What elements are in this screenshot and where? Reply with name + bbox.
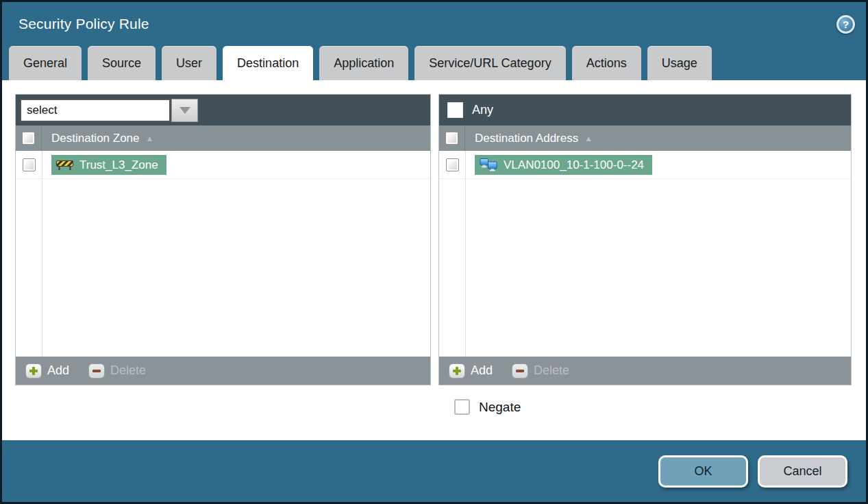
delete-label: Delete — [110, 363, 146, 378]
delete-address-button[interactable]: Delete — [512, 363, 569, 379]
tab-source[interactable]: Source — [88, 46, 156, 80]
dialog-titlebar: Security Policy Rule ? — [2, 2, 866, 46]
delete-label: Delete — [534, 363, 569, 378]
address-table-header: Destination Address ▲ — [439, 125, 851, 151]
address-panel-footer: Add Delete — [439, 357, 851, 385]
any-checkbox[interactable] — [447, 102, 463, 118]
sort-asc-icon[interactable]: ▲ — [146, 134, 154, 143]
zone-filter-dropdown-button[interactable] — [171, 99, 198, 122]
delete-minus-icon — [88, 363, 105, 379]
zone-row-checkbox[interactable] — [23, 158, 36, 171]
delete-minus-icon — [512, 363, 528, 379]
zone-chip[interactable]: Trust_L3_Zone — [51, 155, 166, 175]
address-row-checkbox[interactable] — [446, 158, 459, 171]
tab-general[interactable]: General — [9, 46, 82, 80]
tab-destination[interactable]: Destination — [223, 46, 313, 80]
zone-select-all-checkbox[interactable] — [22, 132, 35, 145]
column-divider — [465, 151, 466, 357]
tab-bar: General Source User Destination Applicat… — [2, 46, 866, 80]
address-column-header[interactable]: Destination Address — [475, 132, 578, 145]
tab-user[interactable]: User — [162, 46, 216, 80]
table-row[interactable]: VLAN0100_10-1-100-0--24 — [439, 151, 851, 179]
tab-content-destination: Destination Zone ▲ — [2, 80, 866, 440]
negate-row: Negate — [454, 399, 866, 415]
zone-panel-toolbar — [16, 95, 430, 125]
zone-table-header: Destination Zone ▲ — [16, 125, 430, 151]
table-row[interactable]: Trust_L3_Zone — [16, 151, 430, 179]
zone-barrier-icon — [56, 159, 73, 171]
address-chip[interactable]: VLAN0100_10-1-100-0--24 — [475, 155, 652, 175]
dialog-title: Security Policy Rule — [18, 16, 149, 32]
chevron-down-icon — [179, 107, 190, 114]
tab-actions[interactable]: Actions — [572, 46, 641, 80]
address-panel-toolbar: Any — [439, 95, 851, 125]
address-select-all-checkbox[interactable] — [445, 132, 458, 145]
any-label: Any — [472, 103, 493, 117]
zone-filter-input[interactable] — [20, 99, 171, 122]
zone-panel-footer: Add Delete — [16, 357, 430, 385]
zone-list-body: Trust_L3_Zone — [16, 151, 430, 357]
sort-asc-icon[interactable]: ▲ — [584, 134, 593, 143]
zone-name: Trust_L3_Zone — [79, 158, 158, 172]
destination-zone-panel: Destination Zone ▲ — [15, 94, 431, 385]
tab-application[interactable]: Application — [319, 46, 408, 80]
address-list-body: VLAN0100_10-1-100-0--24 — [439, 151, 851, 357]
add-plus-icon — [449, 363, 465, 379]
negate-checkbox[interactable] — [454, 399, 470, 415]
add-label: Add — [47, 363, 69, 378]
add-zone-button[interactable]: Add — [25, 363, 69, 379]
dialog-footer: OK Cancel — [2, 440, 866, 502]
add-plus-icon — [25, 363, 42, 379]
tab-usage[interactable]: Usage — [647, 46, 712, 80]
destination-address-panel: Any Destination Address ▲ — [438, 94, 852, 385]
zone-filter-combo — [20, 99, 198, 122]
delete-zone-button[interactable]: Delete — [88, 363, 146, 379]
zone-column-header[interactable]: Destination Zone — [51, 132, 140, 145]
security-policy-rule-dialog: Security Policy Rule ? General Source Us… — [0, 0, 868, 504]
ok-button[interactable]: OK — [658, 455, 748, 488]
help-icon[interactable]: ? — [836, 15, 855, 34]
add-label: Add — [471, 363, 493, 378]
negate-label: Negate — [479, 400, 521, 415]
add-address-button[interactable]: Add — [449, 363, 493, 379]
cancel-button[interactable]: Cancel — [758, 455, 847, 488]
tab-service-url-category[interactable]: Service/URL Category — [414, 46, 565, 80]
address-name: VLAN0100_10-1-100-0--24 — [504, 158, 644, 172]
column-divider — [42, 151, 42, 357]
network-computers-icon — [480, 158, 497, 171]
